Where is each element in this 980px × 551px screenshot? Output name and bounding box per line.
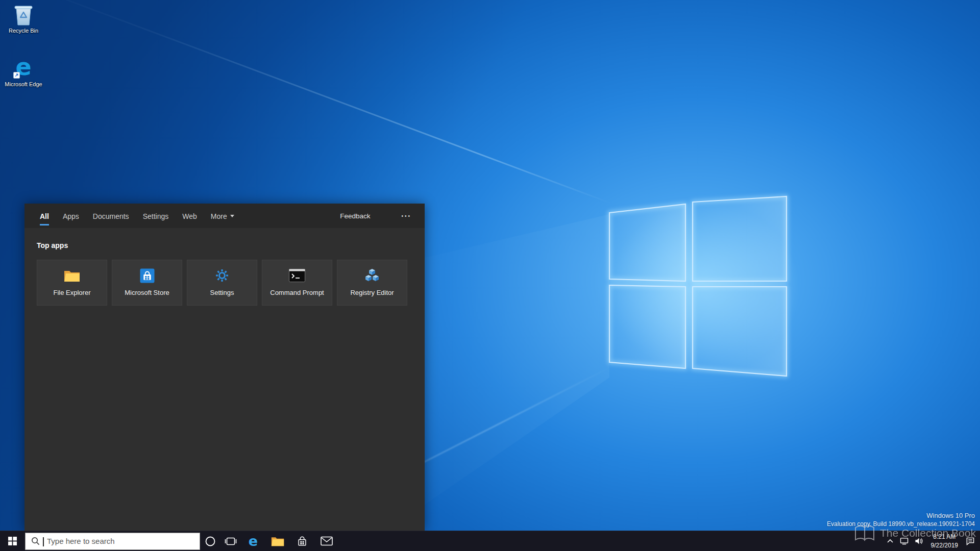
system-tray: 8:21 AM 9/22/2019: [884, 531, 980, 551]
folder-icon: [271, 536, 284, 547]
clock-date: 9/22/2019: [931, 541, 958, 549]
clock-time: 8:21 AM: [933, 533, 955, 541]
desktop-icon-label: Microsoft Edge: [5, 81, 42, 88]
action-center-icon: [966, 537, 975, 545]
tab-settings[interactable]: Settings: [143, 205, 169, 228]
windows-start-icon: [8, 537, 17, 545]
taskbar-clock[interactable]: 8:21 AM 9/22/2019: [926, 531, 963, 551]
taskbar-search-box[interactable]: [25, 533, 200, 550]
search-panel-body: Top apps File Explorer: [24, 228, 425, 531]
cortana-icon: [205, 536, 216, 547]
cortana-button[interactable]: [200, 531, 220, 551]
windows-version-watermark: Windows 10 Pro Evaluation copy. Build 18…: [827, 512, 975, 528]
top-apps-heading: Top apps: [37, 241, 412, 249]
search-flyout-panel: All Apps Documents Settings Web More Fee…: [24, 204, 425, 531]
tile-command-prompt[interactable]: Command Prompt: [262, 260, 332, 306]
more-options-button[interactable]: •••: [401, 213, 411, 219]
tile-label: Command Prompt: [270, 289, 324, 296]
mail-icon: [321, 536, 333, 546]
desktop-icon-label: Recycle Bin: [9, 28, 38, 34]
task-view-button[interactable]: [220, 531, 241, 551]
taskbar-mail-button[interactable]: [314, 531, 339, 551]
tab-all[interactable]: All: [40, 205, 49, 228]
edge-icon: e: [249, 534, 258, 548]
terminal-icon: [289, 267, 305, 284]
search-tabs-bar: All Apps Documents Settings Web More Fee…: [24, 204, 425, 228]
folder-icon: [64, 267, 80, 284]
tile-registry-editor[interactable]: Registry Editor: [337, 260, 407, 306]
version-line2: Evaluation copy. Build 18990.vb_release.…: [827, 520, 975, 528]
show-hidden-icons-button[interactable]: [884, 531, 897, 551]
desktop-icon-microsoft-edge[interactable]: e Microsoft Edge: [2, 55, 45, 88]
action-center-button[interactable]: [963, 531, 980, 551]
search-input[interactable]: [44, 537, 177, 545]
tab-apps[interactable]: Apps: [63, 205, 79, 228]
shortcut-arrow-icon: [13, 72, 20, 79]
gear-icon: [214, 267, 230, 284]
top-apps-row: File Explorer Microsoft Store: [37, 260, 412, 306]
tile-file-explorer[interactable]: File Explorer: [37, 260, 107, 306]
network-icon: [900, 537, 909, 545]
start-button[interactable]: [0, 531, 24, 551]
text-caret: [43, 537, 44, 546]
tile-settings[interactable]: Settings: [187, 260, 257, 306]
taskbar-edge-button[interactable]: e: [241, 531, 265, 551]
store-icon: [296, 535, 308, 547]
tile-label: Settings: [210, 289, 234, 296]
tab-more[interactable]: More: [211, 205, 234, 228]
version-line1: Windows 10 Pro: [827, 512, 975, 519]
taskbar-file-explorer-button[interactable]: [265, 531, 290, 551]
windows-desktop: { "colors": { "accent": "#4a9de8", "task…: [0, 0, 980, 551]
tile-label: Microsoft Store: [125, 289, 169, 296]
registry-icon: [364, 267, 380, 284]
taskbar-store-button[interactable]: [290, 531, 314, 551]
tab-web[interactable]: Web: [182, 205, 197, 228]
search-icon: [31, 537, 40, 545]
speaker-icon: [915, 537, 923, 545]
tile-microsoft-store[interactable]: Microsoft Store: [112, 260, 182, 306]
network-button[interactable]: [897, 531, 912, 551]
chevron-up-icon: [887, 538, 894, 544]
task-view-icon: [225, 535, 237, 547]
feedback-button[interactable]: Feedback: [340, 212, 370, 220]
windows-logo: [582, 171, 822, 411]
chevron-down-icon: [230, 215, 234, 217]
tile-label: File Explorer: [54, 289, 91, 296]
desktop-icon-recycle-bin[interactable]: Recycle Bin: [2, 4, 45, 34]
tile-label: Registry Editor: [350, 289, 394, 296]
tab-documents[interactable]: Documents: [93, 205, 129, 228]
store-icon: [140, 267, 155, 284]
recycle-bin-icon: [12, 4, 35, 26]
taskbar: e: [0, 531, 980, 551]
edge-icon: e: [15, 55, 31, 80]
volume-button[interactable]: [912, 531, 926, 551]
